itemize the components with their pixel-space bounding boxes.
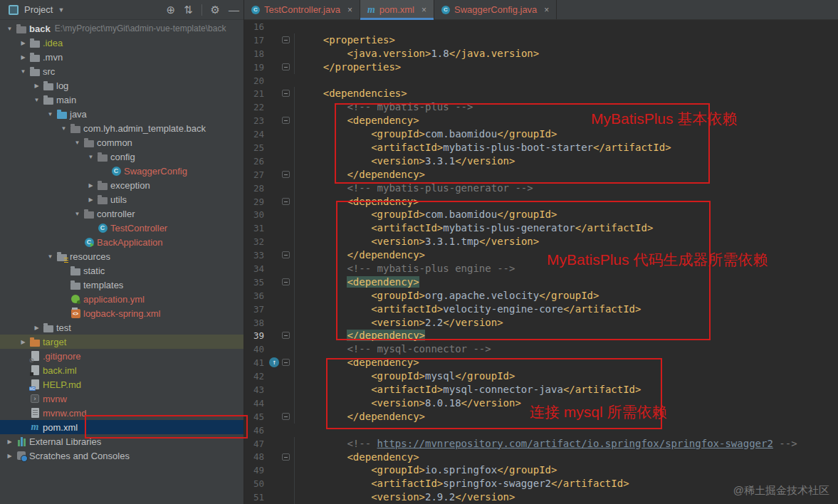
tree-item-main[interactable]: ▼main <box>0 93 243 107</box>
tree-item-application-yml[interactable]: application.yml <box>0 292 243 306</box>
tree-item--mvn[interactable]: ▶.mvn <box>0 50 243 64</box>
tree-item-target[interactable]: ▶target <box>0 335 243 349</box>
tree-item-mvnw-cmd[interactable]: mvnw.cmd <box>0 406 243 420</box>
fold-marker-icon[interactable] <box>282 413 290 420</box>
editor-area[interactable]: CTestController.java×mpom.xml×CSwaggerCo… <box>244 0 838 504</box>
fold-marker-icon[interactable] <box>282 198 290 205</box>
tree-item-com-lyh-admin-template-back[interactable]: ▼com.lyh.admin_template.back <box>0 121 243 135</box>
close-icon[interactable]: × <box>421 5 426 15</box>
code-line[interactable]: 38 <version>2.2</version> <box>244 316 838 330</box>
code-line[interactable]: 30 <groupId>com.baomidou</groupId> <box>244 208 838 221</box>
tree-item-external-libraries[interactable]: ▶External Libraries <box>0 434 243 448</box>
settings-gear-icon[interactable]: ⚙ <box>211 4 220 15</box>
tree-item-pom-xml[interactable]: mpom.xml <box>0 420 243 434</box>
code-line[interactable]: 20 <box>244 74 838 88</box>
tree-item-mvnw[interactable]: ›mvnw <box>0 392 243 406</box>
code-line[interactable]: 48 <dependency> <box>244 451 838 464</box>
chevron-down-icon[interactable]: ▼ <box>58 6 64 14</box>
fold-marker-icon[interactable] <box>282 332 290 339</box>
panel-title[interactable]: Project <box>24 4 53 15</box>
collapse-arrow-icon[interactable]: ▼ <box>58 125 69 132</box>
close-icon[interactable]: × <box>544 5 549 15</box>
code-line[interactable]: 45 </dependency> <box>244 410 838 424</box>
fold-marker-icon[interactable] <box>282 453 290 461</box>
expand-arrow-icon[interactable]: ▶ <box>18 40 28 46</box>
expand-arrow-icon[interactable]: ▶ <box>85 196 96 203</box>
tree-item-backapplication[interactable]: CBackApplication <box>0 235 243 249</box>
expand-arrow-icon[interactable]: ▶ <box>4 453 15 459</box>
code-line[interactable]: 32 <version>3.3.1.tmp</version> <box>244 235 838 248</box>
maven-update-icon[interactable]: ↑ <box>269 357 279 367</box>
code-line[interactable]: 22 <!-- mybatis-plus --> <box>244 100 838 114</box>
collapse-arrow-icon[interactable]: ▼ <box>4 26 15 32</box>
expand-arrow-icon[interactable]: ▶ <box>85 182 96 189</box>
tree-item-controller[interactable]: ▼controller <box>0 206 243 221</box>
code-viewport[interactable]: 1617 <properties>18 <java.version>1.8</j… <box>244 20 838 504</box>
collapse-all-icon[interactable]: ⇅ <box>184 4 193 15</box>
fold-marker-icon[interactable] <box>282 117 290 124</box>
tree-item-back-iml[interactable]: back.iml <box>0 363 243 377</box>
expand-arrow-icon[interactable]: ▶ <box>18 54 28 61</box>
fold-marker-icon[interactable] <box>282 359 290 366</box>
fold-marker-icon[interactable] <box>282 63 290 70</box>
code-line[interactable]: 36 <groupId>org.apache.velocity</groupId… <box>244 289 838 303</box>
tree-item--gitignore[interactable]: .gitignore <box>0 349 243 363</box>
tree-item-logback-spring-xml[interactable]: <>logback-spring.xml <box>0 306 243 320</box>
code-line[interactable]: 33 </dependency> <box>244 248 838 262</box>
fold-marker-icon[interactable] <box>282 90 290 97</box>
tree-item-exception[interactable]: ▶exception <box>0 178 243 192</box>
fold-marker-icon[interactable] <box>282 36 290 43</box>
tree-item-config[interactable]: ▼config <box>0 149 243 164</box>
expand-arrow-icon[interactable]: ▶ <box>18 339 28 345</box>
tab-testcontroller-java[interactable]: CTestController.java× <box>244 0 360 19</box>
code-line[interactable]: 26 <version>3.3.1</version> <box>244 154 838 168</box>
collapse-arrow-icon[interactable]: ▼ <box>45 253 56 260</box>
code-line[interactable]: 47 <!-- https://mvnrepository.com/artifa… <box>244 437 838 451</box>
code-line[interactable]: 23 <dependency> <box>244 114 838 127</box>
code-line[interactable]: 16 <box>244 20 838 33</box>
tree-item-src[interactable]: ▼src <box>0 64 243 78</box>
close-icon[interactable]: × <box>347 5 352 15</box>
tree-item-utils[interactable]: ▶utils <box>0 192 243 206</box>
code-line[interactable]: 35 <dependency> <box>244 275 838 289</box>
code-line[interactable]: 29 <dependency> <box>244 195 838 209</box>
collapse-arrow-icon[interactable]: ▼ <box>72 211 83 217</box>
tree-item-log[interactable]: ▶log <box>0 78 243 93</box>
tree-item-resources[interactable]: ▼resources <box>0 249 243 263</box>
collapse-arrow-icon[interactable]: ▼ <box>31 97 42 103</box>
fold-marker-icon[interactable] <box>282 278 290 285</box>
tree-item-java[interactable]: ▼java <box>0 107 243 121</box>
tab-swaggerconfig-java[interactable]: CSwaggerConfig.java× <box>434 0 557 19</box>
code-line[interactable]: 21 <dependencies> <box>244 87 838 100</box>
collapse-arrow-icon[interactable]: ▼ <box>72 140 83 146</box>
tab-pom-xml[interactable]: mpom.xml× <box>360 0 434 19</box>
code-line[interactable]: 34 <!-- mybatis-plus engine --> <box>244 262 838 275</box>
tree-item-scratches-and-consoles[interactable]: ▶Scratches and Consoles <box>0 448 243 463</box>
code-line[interactable]: 43 <artifactId>mysql-connector-java</art… <box>244 383 838 397</box>
tree-item--idea[interactable]: ▶.idea <box>0 36 243 50</box>
code-line[interactable]: 37 <artifactId>velocity-engine-core</art… <box>244 303 838 316</box>
code-line[interactable]: 19 </properties> <box>244 61 838 74</box>
tree-item-static[interactable]: static <box>0 263 243 278</box>
tree-item-swaggerconfig[interactable]: CSwaggerConfig <box>0 164 243 178</box>
code-line[interactable]: 44 <version>8.0.18</version> <box>244 397 838 410</box>
expand-arrow-icon[interactable]: ▶ <box>31 83 42 89</box>
code-line[interactable]: 24 <groupId>com.baomidou</groupId> <box>244 127 838 141</box>
code-line[interactable]: 41↑ <dependency> <box>244 356 838 369</box>
code-line[interactable]: 39 </dependency> <box>244 329 838 342</box>
tree-item-help-md[interactable]: HELP.md <box>0 377 243 392</box>
code-line[interactable]: 49 <groupId>io.springfox</groupId> <box>244 463 838 477</box>
collapse-arrow-icon[interactable]: ▼ <box>85 154 96 160</box>
code-line[interactable]: 25 <artifactId>mybatis-plus-boot-starter… <box>244 141 838 154</box>
code-line[interactable]: 31 <artifactId>mybatis-plus-generator</a… <box>244 221 838 235</box>
locate-icon[interactable]: ⊕ <box>166 4 175 15</box>
fold-marker-icon[interactable] <box>282 171 290 178</box>
collapse-arrow-icon[interactable]: ▼ <box>18 68 28 75</box>
tree-item-test[interactable]: ▶test <box>0 320 243 335</box>
tree-item-common[interactable]: ▼common <box>0 135 243 149</box>
tree-item-templates[interactable]: templates <box>0 278 243 292</box>
code-line[interactable]: 17 <properties> <box>244 33 838 47</box>
code-line[interactable]: 27 </dependency> <box>244 168 838 182</box>
code-line[interactable]: 28 <!-- mybatis-plus-generator --> <box>244 182 838 195</box>
code-line[interactable]: 42 <groupId>mysql</groupId> <box>244 369 838 383</box>
